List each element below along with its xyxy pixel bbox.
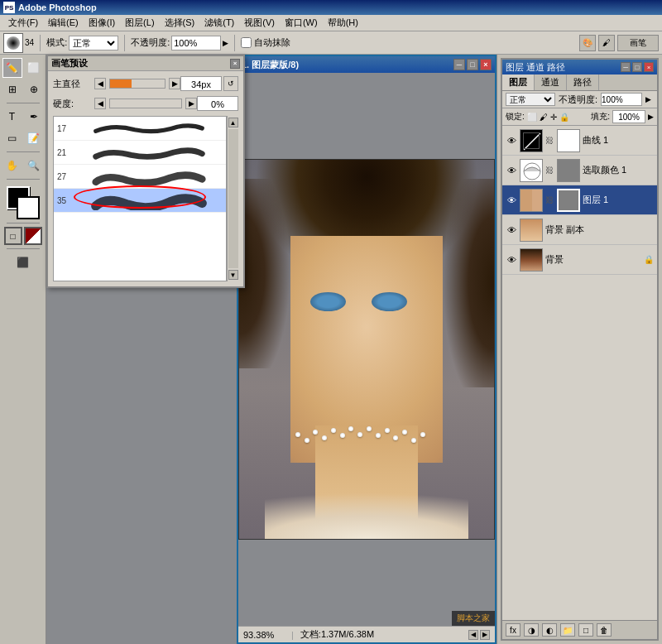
brush-stroke-17 xyxy=(75,118,223,138)
doc-close-btn[interactable]: × xyxy=(480,59,492,70)
layers-lock-row: 锁定: ⬜ 🖌 ✛ 🔒 填充: ▶ xyxy=(502,108,657,126)
tab-paths[interactable]: 路径 xyxy=(567,74,599,90)
new-layer-btn[interactable]: □ xyxy=(578,623,593,637)
add-mask-btn[interactable]: ◑ xyxy=(524,623,539,637)
opacity-input[interactable] xyxy=(171,36,221,50)
brush-preset-21[interactable]: 21 xyxy=(54,141,226,165)
scroll-thumb[interactable] xyxy=(228,129,238,268)
scroll-up-arrow[interactable]: ▲ xyxy=(228,118,238,127)
tab-layers[interactable]: 图层 xyxy=(502,74,535,90)
layers-minimize-btn[interactable]: ─ xyxy=(621,62,631,72)
brush-list-scrollbar[interactable]: ▲ ▼ xyxy=(227,116,238,281)
layer-selective-1[interactable]: 👁 ⛓ 选取颜色 1 xyxy=(502,156,657,185)
diameter-right-arrow[interactable]: ▶ xyxy=(169,78,180,89)
background-color[interactable] xyxy=(17,196,40,219)
menu-filter[interactable]: 滤镜(T) xyxy=(199,16,239,30)
lock-transparent-icon[interactable]: ⬜ xyxy=(527,113,537,122)
brush-preview-btn[interactable] xyxy=(3,33,23,53)
brush-panel-close[interactable]: × xyxy=(230,59,240,69)
menu-file[interactable]: 文件(F) xyxy=(3,16,43,30)
layer-eye-1[interactable]: 👁 xyxy=(506,195,517,206)
shape-tool-btn[interactable]: ▭ xyxy=(2,128,22,148)
layers-tabs: 图层 通道 路径 xyxy=(502,74,657,91)
clone-tool-btn[interactable]: ⊞ xyxy=(2,79,22,99)
quick-mask-btn[interactable] xyxy=(24,227,42,245)
tools-sep-5 xyxy=(7,248,40,249)
blend-mode-select[interactable]: 正常 xyxy=(506,93,555,106)
layer-name-1: 图层 1 xyxy=(583,194,654,206)
zoom-level: 93.38% xyxy=(243,630,285,640)
layer-eye-curves[interactable]: 👁 xyxy=(506,135,517,147)
doc-canvas-area[interactable]: 脚本之家 xyxy=(238,73,495,626)
scroll-right-btn[interactable]: ▶ xyxy=(480,630,490,640)
brush-preset-35[interactable]: 35 xyxy=(54,189,226,213)
layer-curves-1[interactable]: 👁 ⛓ 曲线 1 xyxy=(502,126,657,156)
brush-preset-27[interactable]: 27 xyxy=(54,165,226,189)
mode-select[interactable]: 正常 xyxy=(69,36,118,50)
brush-preset-icon[interactable]: 🖌 xyxy=(598,35,615,51)
lock-position-icon[interactable]: ✛ xyxy=(550,113,557,122)
tab-channels[interactable]: 通道 xyxy=(535,74,567,90)
doc-minimize-btn[interactable]: ─ xyxy=(453,59,465,70)
delete-layer-btn[interactable]: 🗑 xyxy=(597,623,612,637)
hand-tool-btn[interactable]: ✋ xyxy=(2,156,22,175)
menu-view[interactable]: 视图(V) xyxy=(239,16,280,30)
scroll-down-arrow[interactable]: ▼ xyxy=(228,270,238,280)
hardness-slider[interactable] xyxy=(109,99,182,108)
brush-preset-17[interactable]: 17 xyxy=(54,117,226,141)
menu-edit[interactable]: 编辑(E) xyxy=(43,16,84,30)
tools-sep-4 xyxy=(7,223,40,223)
toolbar-right-icons: 🎨 🖌 画笔 xyxy=(579,35,659,51)
menu-layer[interactable]: 图层(L) xyxy=(120,16,159,30)
opacity-arrow-layers[interactable]: ▶ xyxy=(645,95,651,103)
standard-mode-btn[interactable]: □ xyxy=(4,227,22,245)
auto-erase-checkbox[interactable] xyxy=(241,37,252,48)
doc-maximize-btn[interactable]: □ xyxy=(467,59,478,70)
layers-close-btn[interactable]: × xyxy=(644,62,654,72)
eraser-tool-btn[interactable]: ⬜ xyxy=(24,58,44,78)
layer-bg[interactable]: 👁 背景 xyxy=(502,245,657,275)
heal-tool-btn[interactable]: ⊕ xyxy=(24,79,44,99)
fill-arrow[interactable]: ▶ xyxy=(648,113,654,121)
menu-select[interactable]: 选择(S) xyxy=(160,16,200,30)
fill-input[interactable] xyxy=(612,110,645,123)
layer-eye-bgcopy[interactable]: 👁 xyxy=(506,224,517,236)
notes-tool-btn[interactable]: 📝 xyxy=(24,128,44,148)
add-adjustment-btn[interactable]: ◐ xyxy=(542,623,557,637)
hardness-right-arrow[interactable]: ▶ xyxy=(185,98,197,109)
layer-bg-copy[interactable]: 👁 背景 副本 xyxy=(502,215,657,245)
diameter-slider[interactable] xyxy=(109,79,166,89)
brush-stroke-21 xyxy=(75,142,223,162)
layers-maximize-btn[interactable]: □ xyxy=(632,62,642,72)
tools-row-4: ▭ 📝 xyxy=(2,128,44,148)
layer-thumb-bg xyxy=(520,248,543,272)
palette-icon[interactable]: 🎨 xyxy=(579,35,596,51)
add-group-btn[interactable]: 📁 xyxy=(560,623,575,637)
lock-image-icon[interactable]: 🖌 xyxy=(540,113,548,122)
brush-stroke-27 xyxy=(75,166,223,186)
draw-btn[interactable]: 画笔 xyxy=(617,35,659,51)
diameter-reset-btn[interactable]: ↺ xyxy=(223,76,238,91)
layer-1[interactable]: 👁 ⛓ 图层 1 xyxy=(502,185,657,215)
diameter-left-arrow[interactable]: ◀ xyxy=(94,78,106,89)
type-tool-btn[interactable]: T xyxy=(2,107,22,127)
menu-image[interactable]: 图像(I) xyxy=(84,16,120,30)
opacity-input-layers[interactable] xyxy=(601,93,642,106)
layer-style-btn[interactable]: fx xyxy=(506,623,520,637)
layer-eye-bg[interactable]: 👁 xyxy=(506,254,517,266)
brush-list[interactable]: 17 21 xyxy=(53,116,227,281)
zoom-tool-btn[interactable]: 🔍 xyxy=(24,156,44,175)
ps-icon: PS xyxy=(3,2,15,13)
menu-help[interactable]: 帮助(H) xyxy=(323,16,363,30)
layer-eye-selective[interactable]: 👁 xyxy=(506,165,517,176)
menu-window[interactable]: 窗口(W) xyxy=(280,16,323,30)
layers-titlebar: 图层 通道 路径 ─ □ × xyxy=(502,60,657,74)
screen-mode-btn[interactable]: ⬛ xyxy=(13,252,33,272)
scroll-left-btn[interactable]: ◀ xyxy=(468,630,478,640)
opacity-arrow[interactable]: ▶ xyxy=(223,39,228,47)
hardness-left-arrow[interactable]: ◀ xyxy=(94,98,106,109)
lock-all-icon[interactable]: 🔒 xyxy=(559,113,569,122)
brush-tool-btn[interactable]: ✏️ xyxy=(2,58,22,78)
pen-tool-btn[interactable]: ✒ xyxy=(24,107,44,127)
tools-sep-1 xyxy=(7,103,40,103)
